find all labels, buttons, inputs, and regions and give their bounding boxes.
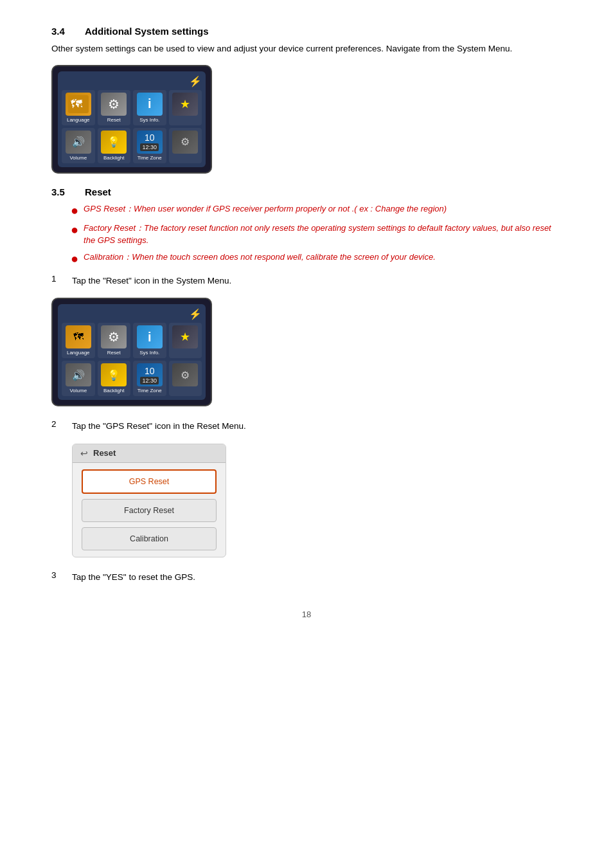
step-1-number: 1 <box>51 274 62 284</box>
section-34-number: 3.4 <box>51 26 75 37</box>
reset-menu-title: Reset <box>93 448 116 458</box>
section-34-body: Other system settings can be used to vie… <box>51 42 562 56</box>
bullet-text-calibration: Calibration：When the touch screen does n… <box>84 251 436 264</box>
backlight-icon-1: 💡 <box>101 131 127 154</box>
device-icon-volume-2: 🔊 Volume <box>62 361 95 396</box>
step-2-text: Tap the "GPS Reset" icon in the Reset Me… <box>72 419 246 433</box>
step-2-row: 2 Tap the "GPS Reset" icon in the Reset … <box>51 419 562 433</box>
step-1-text: Tap the "Reset" icon in the System Menu. <box>72 274 231 288</box>
section-35: 3.5 Reset ● GPS Reset：When user wonder i… <box>51 186 562 584</box>
reset-icon-2: ⚙ <box>101 325 127 348</box>
timezone-icon-1: 10 12:30 <box>137 131 163 154</box>
device-icon-settings-2: ⚙ <box>169 361 202 396</box>
device-icon-language-1: 🗺 Language <box>62 90 95 125</box>
backlight-icon-2: 💡 <box>101 363 127 386</box>
device-screen-2: ⚡ 🗺 Language ⚙ Reset i Sys Info. ★ <box>58 304 206 400</box>
section-34: 3.4 Additional System settings Other sys… <box>51 26 562 174</box>
bullet-list: ● GPS Reset：When user wonder if GPS rece… <box>71 203 562 266</box>
bullet-dot-factory: ● <box>71 222 78 237</box>
reset-label-1: Reset <box>107 117 121 123</box>
device-screen-1: ⚡ 🗺 Language ⚙ Reset <box>58 71 206 167</box>
device-icon-star-1: ★ <box>169 90 202 125</box>
device-icon-reset-2: ⚙ Reset <box>98 323 131 358</box>
reset-menu: ↩ Reset GPS Reset Factory Reset Calibrat… <box>72 444 226 557</box>
device-icon-star-2: ★ <box>169 323 202 358</box>
reset-label-2: Reset <box>107 350 121 356</box>
timezone-label-1: Time Zone <box>138 155 162 161</box>
step-3-text: Tap the "YES" to reset the GPS. <box>72 570 195 584</box>
device-icon-sysinfo-2: i Sys Info. <box>133 323 166 358</box>
sysinfo-icon-2: i <box>137 325 163 348</box>
step-3-number: 3 <box>51 570 62 580</box>
device-topbar-1: ⚡ <box>62 75 202 87</box>
bullet-dot-calibration: ● <box>71 251 78 266</box>
calibration-button[interactable]: Calibration <box>82 527 217 550</box>
sysinfo-label-1: Sys Info. <box>139 117 159 123</box>
bullet-item-calibration: ● Calibration：When the touch screen does… <box>71 251 562 266</box>
language-icon-2: 🗺 <box>66 325 91 348</box>
device-mockup-1: ⚡ 🗺 Language ⚙ Reset <box>51 65 212 174</box>
settings-icon-2: ⚙ <box>172 363 198 386</box>
device-icon-grid-2: 🗺 Language ⚙ Reset i Sys Info. ★ 🔊 <box>62 323 202 396</box>
device-icon-timezone-1: 10 12:30 Time Zone <box>133 128 166 163</box>
bullet-text-gps: GPS Reset：When user wonder if GPS receiv… <box>84 203 447 215</box>
section-35-number: 3.5 <box>51 186 75 197</box>
volume-icon-2: 🔊 <box>66 363 91 386</box>
device-mockup-2: ⚡ 🗺 Language ⚙ Reset i Sys Info. ★ <box>51 298 212 406</box>
sysinfo-label-2: Sys Info. <box>139 350 159 356</box>
language-label-2: Language <box>67 350 90 356</box>
section-35-title: Reset <box>85 186 111 197</box>
device-icon-backlight-1: 💡 Backlight <box>98 128 131 163</box>
factory-reset-button[interactable]: Factory Reset <box>82 499 217 522</box>
star-icon-1: ★ <box>172 93 198 116</box>
step-1-row: 1 Tap the "Reset" icon in the System Men… <box>51 274 562 288</box>
timezone-icon-2: 10 12:30 <box>137 363 163 386</box>
reset-icon-1: ⚙ <box>101 93 127 116</box>
reset-menu-header: ↩ Reset <box>73 444 226 463</box>
star-icon-2: ★ <box>172 325 198 348</box>
device-icon-settings-1: ⚙ <box>169 128 202 163</box>
page-number: 18 <box>51 610 562 619</box>
language-label-1: Language <box>67 117 90 123</box>
device-icon-sysinfo-1: i Sys Info. <box>133 90 166 125</box>
timezone-label-2: Time Zone <box>138 388 162 393</box>
device-icon-volume-1: 🔊 Volume <box>62 128 95 163</box>
backlight-label-2: Backlight <box>103 388 124 393</box>
sysinfo-icon-1: i <box>137 93 163 116</box>
svg-text:🗺: 🗺 <box>71 98 82 111</box>
lightning-icon-2: ⚡ <box>189 308 202 320</box>
language-icon-1: 🗺 <box>66 93 91 116</box>
bullet-text-factory: Factory Reset：The factory reset function… <box>84 222 562 247</box>
bullet-item-gps: ● GPS Reset：When user wonder if GPS rece… <box>71 203 562 218</box>
gps-reset-button[interactable]: GPS Reset <box>82 469 217 494</box>
device-icon-timezone-2: 10 12:30 Time Zone <box>133 361 166 396</box>
reset-menu-body: GPS Reset Factory Reset Calibration <box>73 463 226 557</box>
backlight-label-1: Backlight <box>103 155 124 161</box>
reset-menu-back-icon: ↩ <box>80 448 88 458</box>
device-icon-grid-1: 🗺 Language ⚙ Reset i Sys Info. ★ <box>62 90 202 163</box>
device-icon-backlight-2: 💡 Backlight <box>98 361 131 396</box>
device-icon-reset-1: ⚙ Reset <box>98 90 131 125</box>
section-34-title: Additional System settings <box>85 26 209 37</box>
bullet-item-factory: ● Factory Reset：The factory reset functi… <box>71 222 562 247</box>
lightning-icon-1: ⚡ <box>189 75 202 87</box>
step-2-number: 2 <box>51 419 62 429</box>
bullet-dot-gps: ● <box>71 203 78 218</box>
volume-icon-1: 🔊 <box>66 131 91 154</box>
device-topbar-2: ⚡ <box>62 308 202 320</box>
volume-label-2: Volume <box>69 388 87 393</box>
device-icon-language-2: 🗺 Language <box>62 323 95 358</box>
step-3-row: 3 Tap the "YES" to reset the GPS. <box>51 570 562 584</box>
settings-icon-1: ⚙ <box>172 131 198 154</box>
volume-label-1: Volume <box>69 155 87 161</box>
